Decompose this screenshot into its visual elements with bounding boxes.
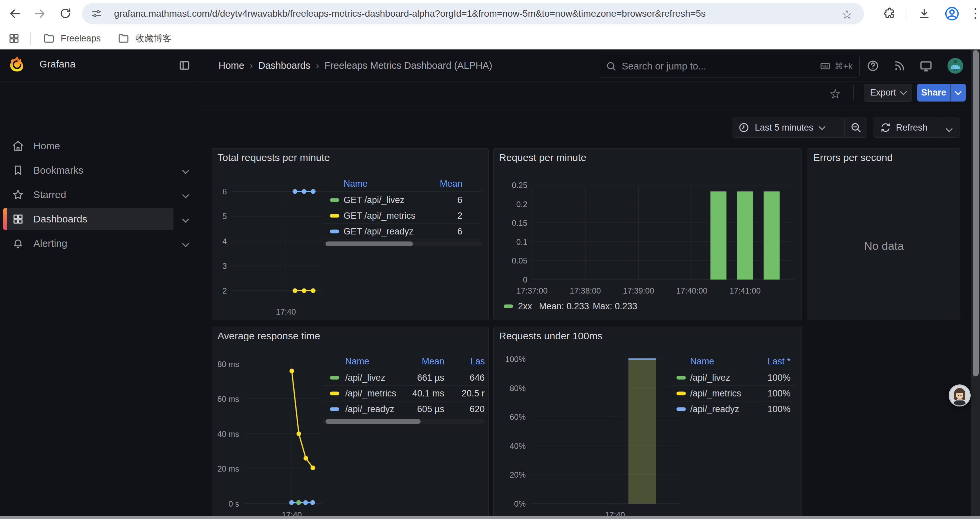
help-icon[interactable] — [867, 59, 879, 72]
panel-requests-under-100ms: Requests under 100ms 0%20%40%60%80%100%1… — [493, 327, 802, 519]
folder-icon — [118, 32, 129, 45]
reload-icon[interactable] — [59, 7, 72, 21]
legend-column-header[interactable]: Las — [470, 356, 485, 367]
legend-total-requests: NameMeanGET /api/_livez6GET /api/_metric… — [212, 149, 488, 320]
sidebar-item-alerting[interactable]: Alerting — [0, 232, 199, 254]
url-text[interactable]: grafana.mathmast.com/d/deytv4rwavabkb/fr… — [114, 3, 705, 24]
sidebar-item-starred[interactable]: Starred — [0, 184, 199, 206]
legend-divider — [323, 401, 485, 401]
legend-average-response-time: NameMeanLas/api/_livez661 µs646/api/_met… — [212, 327, 488, 519]
bookmark-star-icon[interactable]: ☆ — [841, 7, 853, 22]
share-label: Share — [921, 88, 946, 98]
search-input[interactable]: Search or jump to... ⌘+k — [599, 55, 859, 77]
user-avatar[interactable] — [946, 56, 965, 75]
url-bar[interactable]: grafana.mathmast.com/d/deytv4rwavabkb/fr… — [82, 3, 864, 24]
active-highlight — [3, 208, 173, 230]
legend-column-header[interactable]: Mean — [212, 179, 462, 189]
legend-scrollbar-thumb[interactable] — [326, 419, 421, 424]
legend-scrollbar[interactable] — [323, 419, 485, 424]
panel-total-requests: Total requests per minute 2345617:40 Nam… — [212, 148, 488, 320]
menu-kebab-icon[interactable]: ⋮ — [969, 5, 980, 21]
apps-icon — [12, 213, 24, 225]
sidebar-item-home[interactable]: Home — [0, 135, 199, 157]
zoom-out-icon — [850, 122, 862, 133]
share-button[interactable]: Share — [917, 84, 950, 102]
search-shortcut: ⌘+k — [835, 61, 853, 72]
time-range-picker[interactable]: Last 5 minutes — [732, 118, 867, 137]
legend-series-label[interactable]: 2xx — [518, 301, 532, 311]
chevron-down-icon — [183, 192, 188, 199]
forward-icon[interactable] — [33, 7, 47, 21]
keyboard-icon — [820, 61, 830, 72]
rss-icon[interactable] — [893, 59, 906, 72]
bookmark-item[interactable]: 收藏博客 — [135, 27, 172, 50]
floating-avatar[interactable] — [948, 384, 971, 407]
grafana-logo[interactable] — [8, 55, 26, 73]
breadcrumb-home[interactable]: Home — [218, 60, 244, 71]
zoom-out-button[interactable] — [845, 122, 867, 133]
panel-average-response-time: Average response time 0 s20 ms40 ms60 ms… — [212, 327, 488, 519]
bookmarks-bar: Freeleaps 收藏博客 — [0, 27, 980, 50]
refresh-button[interactable]: Refresh — [873, 118, 960, 137]
legend-series-pill — [504, 305, 513, 308]
share-dropdown-button[interactable] — [950, 84, 966, 102]
legend-scrollbar-thumb[interactable] — [326, 241, 413, 246]
legend-divider — [670, 401, 795, 401]
active-accent-bar — [3, 208, 7, 230]
legend-value: 100% — [494, 373, 791, 383]
download-icon[interactable] — [918, 7, 931, 20]
chevron-down-icon — [900, 88, 907, 95]
subbar-border — [199, 105, 980, 106]
toolbar-divider — [907, 7, 907, 21]
legend-scrollbar[interactable] — [323, 241, 482, 246]
bookmarks-divider — [30, 32, 31, 45]
refresh-icon — [880, 122, 891, 133]
legend-value: 646 — [212, 373, 485, 383]
apps-grid-icon[interactable] — [8, 32, 20, 45]
sidebar-item-label: Bookmarks — [33, 159, 83, 181]
refresh-interval-dropdown[interactable] — [938, 124, 960, 131]
back-icon[interactable] — [8, 7, 21, 21]
sidebar-item-dashboards[interactable]: Dashboards — [0, 208, 199, 230]
extensions-icon[interactable] — [883, 7, 896, 20]
legend-requests-under-100ms: NameLast */api/_livez100%/api/_metrics10… — [494, 327, 802, 519]
export-label: Export — [870, 88, 896, 98]
breadcrumb-separator: › — [244, 60, 258, 71]
chevron-down-icon — [183, 168, 188, 174]
bookmark-item[interactable]: Freeleaps — [61, 27, 101, 50]
legend-column-header[interactable]: Last * — [494, 356, 791, 367]
header-border — [0, 81, 980, 82]
favorite-star-icon[interactable]: ☆ — [829, 86, 841, 102]
browser-toolbar: grafana.mathmast.com/d/deytv4rwavabkb/fr… — [0, 0, 980, 27]
legend-stat: Mean: 0.233 — [539, 301, 589, 311]
profile-icon[interactable] — [945, 6, 959, 21]
breadcrumb-dashboards[interactable]: Dashboards — [258, 60, 310, 71]
sidebar-item-bookmarks[interactable]: Bookmarks — [0, 159, 199, 181]
refresh-label: Refresh — [896, 123, 928, 133]
vertical-scrollbar-thumb[interactable] — [973, 50, 978, 376]
site-settings-icon[interactable] — [91, 8, 102, 19]
chevron-down-icon — [818, 123, 825, 130]
legend-divider — [323, 385, 485, 386]
breadcrumb-current: Freeleaps Metrics Dashboard (ALPHA) — [325, 60, 492, 71]
sidebar-item-label: Starred — [33, 184, 66, 206]
legend-column-header[interactable]: Mean — [212, 356, 444, 367]
breadcrumb: Home › Dashboards › Freeleaps Metrics Da… — [218, 50, 492, 81]
search-icon — [606, 61, 616, 72]
monitor-icon[interactable] — [919, 59, 932, 73]
sidebar-item-label: Alerting — [33, 232, 67, 254]
legend-request-per-minute: 2xxMean: 0.233Max: 0.233 — [494, 149, 802, 320]
chevron-down-icon — [183, 241, 188, 248]
sidebar-item-label: Home — [33, 135, 60, 157]
export-button[interactable]: Export — [864, 84, 912, 102]
legend-value: 6 — [212, 227, 462, 237]
star-icon — [12, 189, 24, 201]
horizontal-scrollbar[interactable] — [0, 516, 980, 519]
app-title: Grafana — [39, 58, 75, 70]
chevron-down-icon — [183, 217, 188, 223]
legend-value: 6 — [212, 195, 462, 205]
breadcrumb-separator: › — [310, 60, 325, 71]
dock-menu-icon[interactable] — [178, 59, 191, 72]
panel-title[interactable]: Errors per second — [813, 152, 892, 163]
time-range-label: Last 5 minutes — [755, 123, 813, 133]
